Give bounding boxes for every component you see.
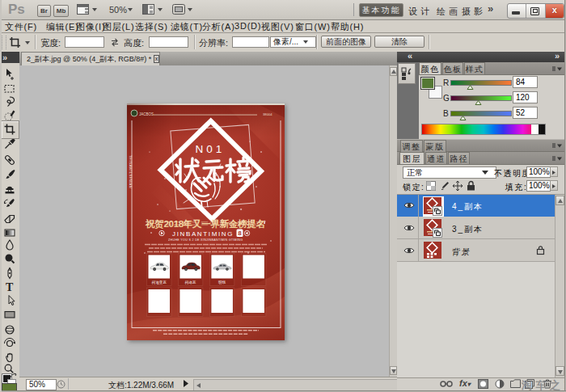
svg-text:N01: N01 [196, 143, 226, 155]
svg-text:柯迪亚克: 柯迪亚克 [151, 280, 167, 285]
svg-text:明锐: 明锐 [218, 280, 226, 285]
svg-text:T: T [6, 281, 14, 293]
svg-text:祝贺2018年又一界新金榜提名: 祝贺2018年又一界新金榜提名 [145, 218, 265, 230]
svg-text:柯珞克: 柯珞克 [184, 280, 196, 285]
svg-text:JACBOS: JACBOS [139, 112, 154, 116]
svg-text:ZHUHE YOU S 2 DE XINJINBANTIMI: ZHUHE YOU S 2 DE XINJINBANTIMIN GTIMING [168, 238, 243, 242]
svg-text:JINBANTIMING: JINBANTIMING [172, 230, 234, 238]
svg-text:8: 8 [238, 230, 242, 237]
svg-text:38004: 38004 [263, 112, 272, 116]
svg-text:THISAWILSHWAN: THISAWILSHWAN [129, 155, 133, 188]
